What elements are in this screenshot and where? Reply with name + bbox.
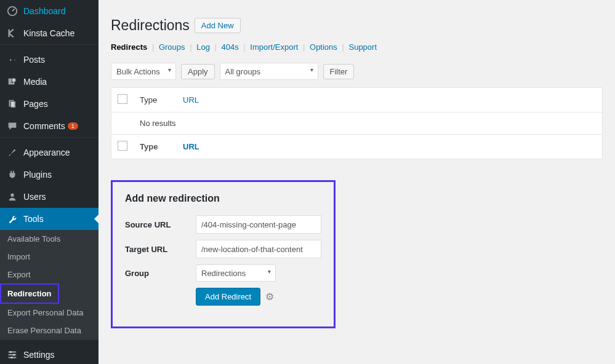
bulk-actions-wrap: Bulk Actions bbox=[111, 63, 176, 80]
brush-icon bbox=[6, 146, 18, 159]
menu-label: Users bbox=[23, 192, 46, 202]
menu-label: Appearance bbox=[23, 148, 70, 157]
select-all-checkbox-footer[interactable] bbox=[118, 141, 127, 151]
menu-media[interactable]: Media bbox=[0, 71, 98, 93]
menu-label: Kinsta Cache bbox=[23, 28, 74, 38]
submenu-available-tools[interactable]: Available Tools bbox=[0, 230, 98, 248]
submenu-export[interactable]: Export bbox=[0, 266, 98, 283]
svg-rect-4 bbox=[10, 101, 15, 108]
form-row-source: Source URL bbox=[125, 215, 321, 234]
subnav-import-export[interactable]: Import/Export bbox=[250, 42, 298, 52]
menu-label: Pages bbox=[23, 99, 48, 109]
col-url-header[interactable]: URL bbox=[183, 95, 199, 105]
menu-users[interactable]: Users bbox=[0, 186, 98, 208]
form-row-target: Target URL bbox=[125, 240, 321, 258]
user-icon bbox=[6, 191, 18, 203]
filter-row: Bulk Actions Apply All groups Filter bbox=[111, 63, 603, 80]
menu-posts[interactable]: Posts bbox=[0, 49, 98, 71]
pin-icon bbox=[6, 53, 18, 66]
comments-count-badge: 1 bbox=[68, 122, 78, 130]
svg-point-6 bbox=[10, 351, 12, 354]
apply-button[interactable]: Apply bbox=[181, 64, 215, 79]
subnav-options[interactable]: Options bbox=[310, 42, 337, 52]
comment-icon bbox=[6, 120, 18, 132]
menu-separator bbox=[0, 44, 98, 45]
select-all-checkbox[interactable] bbox=[118, 94, 127, 104]
menu-label: Plugins bbox=[23, 170, 52, 180]
menu-settings[interactable]: Settings bbox=[0, 344, 98, 364]
svg-point-7 bbox=[13, 354, 15, 356]
plug-icon bbox=[6, 168, 18, 181]
subnav-sep: | bbox=[243, 42, 245, 52]
group-filter-select[interactable]: All groups bbox=[220, 63, 318, 80]
submenu-highlight: Redirection bbox=[0, 283, 59, 304]
subnav-redirects[interactable]: Redirects bbox=[111, 42, 147, 52]
table-footer-row: Type URL bbox=[111, 135, 603, 159]
svg-point-5 bbox=[10, 194, 14, 197]
subnav-sep: | bbox=[342, 42, 344, 52]
kinsta-icon bbox=[6, 27, 18, 39]
menu-tools[interactable]: Tools bbox=[0, 208, 98, 230]
subnav-404s[interactable]: 404s bbox=[222, 42, 239, 52]
subnav-log[interactable]: Log bbox=[196, 42, 210, 52]
add-redirect-button[interactable]: Add Redirect bbox=[196, 288, 260, 306]
menu-comments[interactable]: Comments 1 bbox=[0, 115, 98, 137]
menu-dashboard[interactable]: Dashboard bbox=[0, 0, 98, 22]
svg-point-2 bbox=[12, 78, 16, 82]
form-row-submit: Add Redirect ⚙ bbox=[125, 288, 321, 306]
group-filter-wrap: All groups bbox=[220, 63, 318, 80]
form-title: Add new redirection bbox=[125, 193, 321, 204]
table-row-empty: No results bbox=[111, 113, 603, 135]
submenu-redirection[interactable]: Redirection bbox=[1, 285, 58, 303]
subnav: Redirects | Groups | Log | 404s | Import… bbox=[111, 42, 603, 52]
page-title: Redirections bbox=[111, 17, 190, 34]
group-select[interactable]: Redirections bbox=[196, 264, 276, 282]
target-url-label: Target URL bbox=[125, 245, 196, 254]
wrench-icon bbox=[6, 213, 18, 225]
subnav-support[interactable]: Support bbox=[348, 42, 377, 52]
pages-icon bbox=[6, 98, 18, 110]
source-url-label: Source URL bbox=[125, 220, 196, 229]
menu-kinsta-cache[interactable]: Kinsta Cache bbox=[0, 22, 98, 44]
col-type-footer: Type bbox=[134, 135, 177, 159]
gear-icon[interactable]: ⚙ bbox=[265, 291, 274, 303]
menu-label: Dashboard bbox=[23, 6, 66, 16]
admin-sidebar: Dashboard Kinsta Cache Posts Media Pages… bbox=[0, 0, 98, 364]
target-url-input[interactable] bbox=[196, 240, 321, 258]
source-url-input[interactable] bbox=[196, 215, 321, 234]
redirects-table: Type URL No results Type URL bbox=[111, 87, 603, 159]
submenu-export-personal-data[interactable]: Export Personal Data bbox=[0, 304, 98, 322]
submenu-import[interactable]: Import bbox=[0, 248, 98, 266]
add-redirection-form: Add new redirection Source URL Target UR… bbox=[111, 180, 336, 328]
filter-button[interactable]: Filter bbox=[323, 64, 355, 79]
menu-label: Media bbox=[23, 77, 47, 87]
bulk-actions-select[interactable]: Bulk Actions bbox=[111, 63, 176, 80]
main-content: Redirections Add New Redirects | Groups … bbox=[98, 0, 615, 364]
menu-plugins[interactable]: Plugins bbox=[0, 164, 98, 186]
svg-point-8 bbox=[10, 357, 13, 359]
group-label: Group bbox=[125, 269, 196, 278]
menu-label: Tools bbox=[23, 214, 44, 224]
subnav-groups[interactable]: Groups bbox=[159, 42, 185, 52]
no-results-text: No results bbox=[134, 113, 603, 135]
table-header-row: Type URL bbox=[111, 88, 603, 113]
menu-label: Settings bbox=[23, 350, 55, 360]
dashboard-icon bbox=[6, 5, 18, 17]
submenu-erase-personal-data[interactable]: Erase Personal Data bbox=[0, 322, 98, 339]
heading-row: Redirections Add New bbox=[111, 17, 603, 34]
media-icon bbox=[6, 76, 18, 88]
menu-pages[interactable]: Pages bbox=[0, 93, 98, 115]
menu-appearance[interactable]: Appearance bbox=[0, 141, 98, 164]
form-row-group: Group Redirections bbox=[125, 264, 321, 282]
menu-pointer-icon bbox=[94, 214, 99, 224]
menu-label: Comments bbox=[23, 121, 65, 131]
add-new-button[interactable]: Add New bbox=[195, 18, 241, 33]
menu-label: Posts bbox=[23, 55, 45, 65]
subnav-sep: | bbox=[303, 42, 305, 52]
col-url-footer[interactable]: URL bbox=[183, 142, 199, 151]
menu-separator bbox=[0, 339, 98, 340]
subnav-sep: | bbox=[215, 42, 217, 52]
subnav-sep: | bbox=[190, 42, 191, 52]
tools-submenu: Available Tools Import Export Redirectio… bbox=[0, 230, 98, 339]
sliders-icon bbox=[6, 349, 18, 361]
